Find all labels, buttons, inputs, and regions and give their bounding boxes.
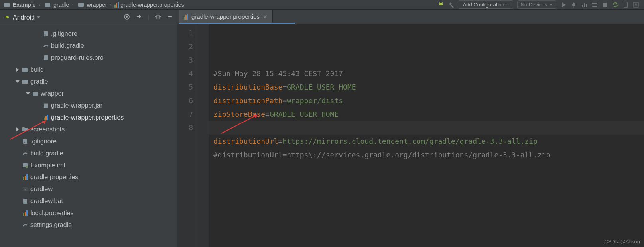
svg-rect-2 xyxy=(78,3,84,7)
tree-folder[interactable]: gradle xyxy=(0,76,177,88)
folder-icon xyxy=(31,90,40,97)
editor-body[interactable]: 12345678 #Sun May 28 15:45:43 CEST 2017d… xyxy=(177,24,644,247)
watermark: CSDN @Afison xyxy=(604,239,640,245)
tree-file[interactable]: local.properties xyxy=(0,207,177,219)
svg-point-4 xyxy=(572,3,575,6)
tree-label: build.gradle xyxy=(51,42,84,49)
device-selector[interactable]: No Devices xyxy=(517,0,556,9)
tree-file[interactable]: settings.gradle xyxy=(0,219,177,231)
file-icon xyxy=(21,210,30,216)
svg-point-41 xyxy=(24,142,25,143)
toolbar-actions: Add Configuration... No Devices xyxy=(438,0,642,9)
code-line[interactable]: zipStoreBase=GRADLE_USER_HOME xyxy=(213,108,640,121)
file-icon: >_ xyxy=(21,186,30,192)
tree-label: Example.iml xyxy=(30,162,65,169)
gutter: 12345678 xyxy=(177,24,197,247)
project-tree[interactable]: .gitignorebuild.gradleproguard-rules.pro… xyxy=(0,25,177,247)
breadcrumb-item[interactable]: Example› xyxy=(2,2,41,8)
code-line[interactable] xyxy=(213,162,640,175)
svg-rect-31 xyxy=(22,68,25,69)
twisty-icon[interactable] xyxy=(16,127,19,131)
stop-icon[interactable] xyxy=(602,2,608,8)
tree-file[interactable]: >_gradlew xyxy=(0,183,177,195)
code-line[interactable]: #distributionUrl=https\://services.gradl… xyxy=(213,148,640,162)
run-icon[interactable] xyxy=(560,2,567,8)
hide-icon[interactable] xyxy=(167,14,173,21)
svg-rect-11 xyxy=(586,4,587,7)
sdk-icon[interactable] xyxy=(633,2,639,8)
tree-file[interactable]: proguard-rules.pro xyxy=(0,52,177,64)
profiler-icon[interactable] xyxy=(581,2,587,8)
code-line[interactable]: distributionPath=wrapper/dists xyxy=(213,94,640,108)
avd-icon[interactable] xyxy=(622,2,629,8)
current-line-highlight xyxy=(209,121,644,135)
tree-folder[interactable]: build xyxy=(0,64,177,76)
chevron-down-icon xyxy=(37,16,40,18)
file-icon xyxy=(21,174,30,180)
tree-file[interactable]: Example.iml xyxy=(0,159,177,171)
tree-file[interactable]: .gitignore xyxy=(0,135,177,147)
breadcrumb-item[interactable]: gradle› xyxy=(43,2,75,8)
tree-label: gradle.properties xyxy=(30,174,78,181)
svg-rect-46 xyxy=(23,199,27,204)
svg-point-25 xyxy=(157,16,159,18)
tree-file[interactable]: gradle.properties xyxy=(0,171,177,183)
svg-point-21 xyxy=(126,16,128,18)
file-icon xyxy=(41,115,50,120)
tree-folder[interactable]: screenshots xyxy=(0,124,177,135)
twisty-icon[interactable] xyxy=(16,68,19,72)
tree-file[interactable]: gradle-wrapper.properties xyxy=(0,112,177,124)
svg-rect-17 xyxy=(634,2,638,7)
twisty-icon[interactable] xyxy=(16,80,20,83)
file-icon xyxy=(21,222,30,228)
editor-tabs: gradle-wrapper.properties ✕ xyxy=(177,10,644,24)
svg-rect-14 xyxy=(603,3,607,7)
android-icon[interactable] xyxy=(438,2,444,8)
tree-file[interactable]: build.gradle xyxy=(0,147,177,159)
gear-icon[interactable] xyxy=(155,14,161,21)
target-icon[interactable] xyxy=(124,14,130,21)
svg-rect-37 xyxy=(44,103,48,104)
breadcrumbs: Example› gradle› wrapper› gradle-wrapper… xyxy=(2,2,184,8)
tree-folder[interactable]: wrapper xyxy=(0,88,177,100)
svg-rect-35 xyxy=(33,92,35,93)
code-area[interactable]: #Sun May 28 15:45:43 CEST 2017distributi… xyxy=(209,24,644,247)
sidebar-view-selector[interactable]: Android xyxy=(4,14,40,21)
svg-rect-29 xyxy=(44,55,48,60)
collapse-icon[interactable] xyxy=(136,14,142,21)
tree-file[interactable]: .gitignore xyxy=(0,28,177,40)
tree-label: wrapper xyxy=(41,90,64,97)
svg-point-19 xyxy=(8,17,8,17)
debug-icon[interactable] xyxy=(571,2,577,8)
tree-label: .gitignore xyxy=(30,138,57,145)
tree-label: gradlew.bat xyxy=(30,198,63,205)
tree-label: screenshots xyxy=(30,126,65,133)
sync-icon[interactable] xyxy=(612,2,618,8)
tree-label: build.gradle xyxy=(30,150,63,157)
file-icon xyxy=(21,198,30,204)
editor-tab[interactable]: gradle-wrapper.properties ✕ xyxy=(179,10,273,24)
close-tab-icon[interactable]: ✕ xyxy=(263,14,268,20)
svg-rect-16 xyxy=(624,2,627,8)
attach-icon[interactable] xyxy=(591,2,598,8)
code-line[interactable]: distributionBase=GRADLE_USER_HOME xyxy=(213,80,640,94)
tree-file[interactable]: build.gradle xyxy=(0,40,177,52)
tree-file[interactable]: gradle-wrapper.jar xyxy=(0,100,177,112)
tree-label: build xyxy=(30,66,44,73)
svg-rect-33 xyxy=(22,80,25,81)
svg-rect-10 xyxy=(584,3,585,7)
add-configuration-button[interactable]: Add Configuration... xyxy=(459,0,513,9)
code-line[interactable]: distributionUrl=https://mirrors.cloud.te… xyxy=(213,135,640,148)
breadcrumb-item[interactable]: wrapper› xyxy=(77,2,113,8)
svg-point-28 xyxy=(44,34,46,36)
code-line[interactable]: #Sun May 28 15:45:43 CEST 2017 xyxy=(213,67,640,80)
tree-label: gradle xyxy=(30,78,48,85)
tree-file[interactable]: gradlew.bat xyxy=(0,195,177,207)
tree-label: gradle-wrapper.jar xyxy=(51,102,102,109)
breadcrumb-item[interactable]: gradle-wrapper.properties xyxy=(114,2,184,8)
file-icon xyxy=(41,31,50,37)
tree-label: gradlew xyxy=(30,186,53,193)
hammer-icon[interactable] xyxy=(448,2,455,8)
file-icon xyxy=(21,162,30,169)
twisty-icon[interactable] xyxy=(26,92,30,95)
